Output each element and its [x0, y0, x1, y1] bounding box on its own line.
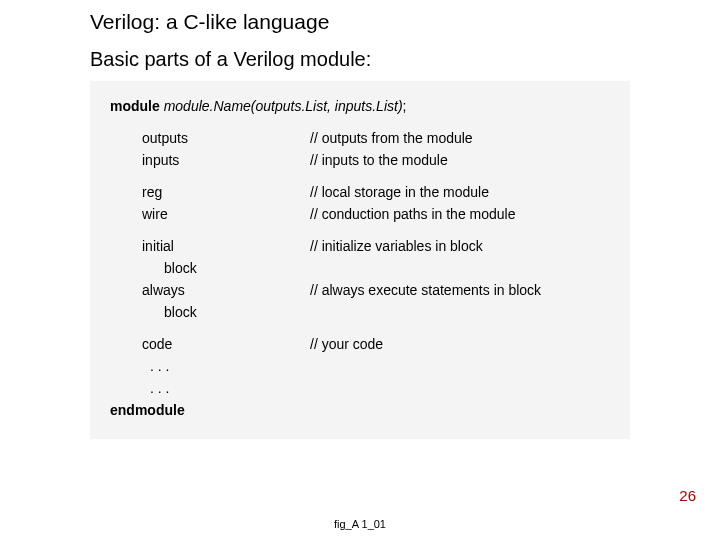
- inputs-keyword: inputs: [110, 153, 310, 171]
- semicolon: ;: [403, 99, 407, 117]
- code-inputs: inputs // inputs to the module: [110, 153, 610, 171]
- module-keyword: module: [110, 99, 160, 117]
- reg-keyword: reg: [110, 185, 310, 203]
- outputs-comment: // outputs from the module: [310, 131, 610, 149]
- code-reg: reg // local storage in the module: [110, 185, 610, 203]
- block2-text: block: [110, 305, 310, 323]
- slide-title: Verilog: a C-like language: [90, 10, 630, 34]
- slide-subtitle: Basic parts of a Verilog module:: [90, 48, 630, 71]
- wire-keyword: wire: [110, 207, 310, 225]
- code-dots2: . . .: [110, 381, 610, 399]
- slide-content: Verilog: a C-like language Basic parts o…: [0, 0, 720, 439]
- block1-text: block: [110, 261, 310, 279]
- code-always: always // always execute statements in b…: [110, 283, 610, 301]
- outputs-keyword: outputs: [110, 131, 310, 149]
- inputs-comment: // inputs to the module: [310, 153, 610, 171]
- code-block2: block: [110, 305, 610, 323]
- wire-comment: // conduction paths in the module: [310, 207, 610, 225]
- code-module-decl: module module.Name(outputs.List, inputs.…: [110, 99, 610, 117]
- code-initial: initial // initialize variables in block: [110, 239, 610, 257]
- code-keyword: code: [110, 337, 310, 355]
- module-name: module.Name(outputs.List, inputs.List): [164, 99, 403, 117]
- code-wire: wire // conduction paths in the module: [110, 207, 610, 225]
- code-comment: // your code: [310, 337, 610, 355]
- always-comment: // always execute statements in block: [310, 283, 610, 301]
- code-endmodule: endmodule: [110, 403, 610, 421]
- dots1: . . .: [110, 359, 310, 377]
- page-number: 26: [679, 487, 696, 504]
- initial-keyword: initial: [110, 239, 310, 257]
- figure-label: fig_A 1_01: [0, 518, 720, 530]
- code-diagram: module module.Name(outputs.List, inputs.…: [90, 81, 630, 439]
- code-block1: block: [110, 261, 610, 279]
- endmodule-keyword: endmodule: [110, 403, 185, 421]
- dots2: . . .: [110, 381, 310, 399]
- reg-comment: // local storage in the module: [310, 185, 610, 203]
- code-outputs: outputs // outputs from the module: [110, 131, 610, 149]
- initial-comment: // initialize variables in block: [310, 239, 610, 257]
- code-dots1: . . .: [110, 359, 610, 377]
- always-keyword: always: [110, 283, 310, 301]
- code-code: code // your code: [110, 337, 610, 355]
